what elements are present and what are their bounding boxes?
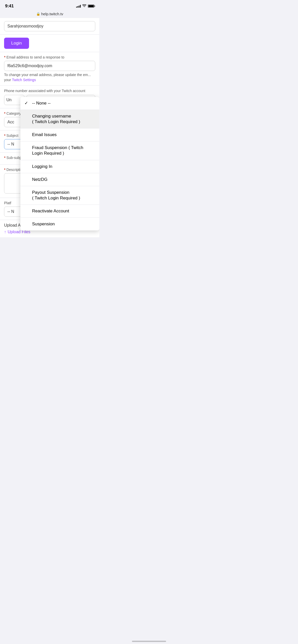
login-button[interactable]: Login xyxy=(4,38,29,49)
dropdown-item-fraud-suspension-label: Fraud Suspension ( TwitchLogin Required … xyxy=(32,145,83,156)
status-bar: 9:41 xyxy=(0,0,99,11)
email-section: * Email address to send a response to To… xyxy=(0,52,99,85)
subject-dropdown: ✓ -- None -- ✓ Changing username( Twitch… xyxy=(20,97,99,230)
dropdown-item-suspension[interactable]: ✓ Suspension xyxy=(20,218,99,230)
email-input[interactable] xyxy=(4,61,95,71)
required-star: * xyxy=(4,55,5,59)
dropdown-item-payout-suspension-label: Payout Suspension( Twitch Login Required… xyxy=(32,190,80,201)
page-content: Login * Email address to send a response… xyxy=(0,18,99,237)
dropdown-item-reactivate-account[interactable]: ✓ Reactivate Account xyxy=(20,205,99,218)
dropdown-item-none[interactable]: ✓ -- None -- xyxy=(20,97,99,110)
username-section xyxy=(0,18,99,35)
dropdown-item-netzDG[interactable]: ✓ NetzDG xyxy=(20,173,99,186)
dropdown-item-logging-in[interactable]: ✓ Logging In xyxy=(20,160,99,173)
email-helper-text: To change your email address, please upd… xyxy=(4,72,95,82)
phone-label: Phone number associated with your Twitch… xyxy=(4,89,95,93)
lock-icon: 🔒 xyxy=(36,12,40,16)
battery-icon xyxy=(88,5,94,8)
url-text: 🔒 help.twitch.tv xyxy=(4,12,95,16)
upload-arrow-icon: ↑ xyxy=(4,230,6,234)
dropdown-item-email-issues[interactable]: ✓ Email Issues xyxy=(20,128,99,141)
dropdown-item-logging-in-label: Logging In xyxy=(32,164,52,169)
twitch-settings-link[interactable]: Twitch Settings xyxy=(12,78,36,82)
email-label-text: Email address to send a response to xyxy=(6,55,64,59)
username-input[interactable] xyxy=(4,21,95,31)
dropdown-item-changing-username-label: Changing username( Twitch Login Required… xyxy=(32,113,80,125)
wifi-icon xyxy=(82,4,86,8)
status-icons xyxy=(76,4,94,8)
platform-label-text: Platf xyxy=(4,201,11,205)
status-time: 9:41 xyxy=(5,4,14,9)
url-domain: help.twitch.tv xyxy=(41,12,63,16)
url-bar: 🔒 help.twitch.tv xyxy=(0,11,99,18)
dropdown-item-fraud-suspension[interactable]: ✓ Fraud Suspension ( TwitchLogin Require… xyxy=(20,141,99,160)
dropdown-item-changing-username[interactable]: ✓ Changing username( Twitch Login Requir… xyxy=(20,110,99,128)
email-label: * Email address to send a response to xyxy=(4,55,95,59)
subject-label-text: Subject xyxy=(6,134,18,138)
login-section: Login xyxy=(0,35,99,52)
signal-icon xyxy=(76,5,81,8)
category-label-text: Category xyxy=(6,111,21,115)
dropdown-item-reactivate-account-label: Reactivate Account xyxy=(32,208,69,214)
checkmark-icon: ✓ xyxy=(24,100,30,106)
dropdown-item-email-issues-label: Email Issues xyxy=(32,132,57,138)
dropdown-item-suspension-label: Suspension xyxy=(32,221,55,227)
dropdown-item-none-label: -- None -- xyxy=(32,100,51,106)
dropdown-item-payout-suspension[interactable]: ✓ Payout Suspension( Twitch Login Requir… xyxy=(20,186,99,205)
dropdown-item-netzDG-label: NetzDG xyxy=(32,177,47,182)
